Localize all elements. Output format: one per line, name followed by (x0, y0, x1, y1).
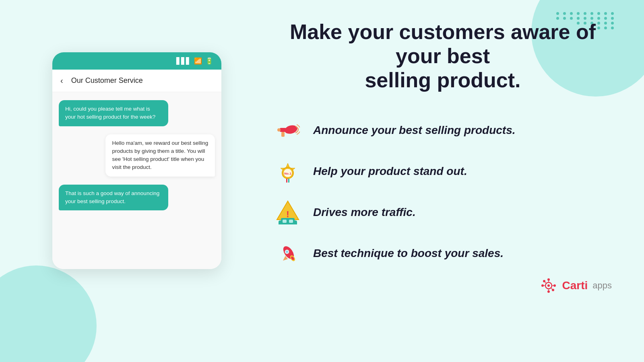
right-section: Make your customers aware of your best s… (242, 20, 612, 296)
logo-brand: Carti (562, 279, 588, 292)
logo-suffix: apps (592, 280, 612, 291)
feature-item: ! Drives more traffic. (274, 198, 612, 226)
feature-list: Announce your best selling products. No.… (274, 116, 612, 267)
phone-status-bar: ▋▋▋ 📶 🔋 (52, 52, 221, 70)
svg-point-25 (547, 284, 550, 287)
svg-rect-1 (280, 128, 286, 132)
feature-text: Announce your best selling products. (313, 124, 516, 137)
feature-item: No.1 Help your product stand out. (274, 157, 612, 185)
chat-header: ‹ Our Customer Service (52, 70, 221, 92)
chat-bubble: Hi, could you please tell me what is you… (59, 100, 168, 126)
headline-line1: Make your customers aware of your best (290, 20, 596, 68)
svg-point-3 (277, 128, 281, 132)
chat-body: Hi, could you please tell me what is you… (52, 92, 221, 269)
megaphone-icon (274, 116, 302, 144)
svg-text:!: ! (286, 209, 289, 219)
phone-mockup: ▋▋▋ 📶 🔋 ‹ Our Customer Service Hi, could… (52, 52, 221, 269)
battery-icon: 🔋 (205, 57, 213, 65)
back-arrow-icon[interactable]: ‹ (60, 76, 63, 85)
medal-icon: No.1 (274, 157, 302, 185)
chat-bubble: Hello ma'am, we reward our best selling … (105, 134, 215, 177)
svg-rect-16 (283, 220, 287, 223)
wifi-icon: 📶 (194, 57, 202, 65)
headline: Make your customers aware of your best s… (274, 20, 612, 92)
svg-rect-17 (289, 220, 293, 223)
chat-title: Our Customer Service (71, 76, 143, 85)
carti-logo-svg (539, 276, 559, 296)
svg-text:No.1: No.1 (284, 172, 291, 175)
feature-text: Drives more traffic. (313, 206, 416, 219)
feature-text: Help your product stand out. (313, 165, 467, 178)
feature-item: Best technique to boost your sales. (274, 239, 612, 267)
left-section: ▋▋▋ 📶 🔋 ‹ Our Customer Service Hi, could… (32, 52, 242, 269)
headline-line2: selling product. (365, 68, 520, 92)
feature-item: Announce your best selling products. (274, 116, 612, 144)
car-warning-icon: ! (274, 198, 302, 226)
svg-rect-9 (288, 179, 289, 183)
chat-bubble: That is such a good way of announcing yo… (59, 185, 168, 211)
signal-icon: ▋▋▋ (176, 57, 191, 65)
svg-rect-8 (286, 179, 287, 183)
rocket-icon (274, 239, 302, 267)
feature-text: Best technique to boost your sales. (313, 247, 504, 260)
svg-rect-2 (281, 132, 285, 137)
logo-area: Carti apps (274, 276, 612, 296)
